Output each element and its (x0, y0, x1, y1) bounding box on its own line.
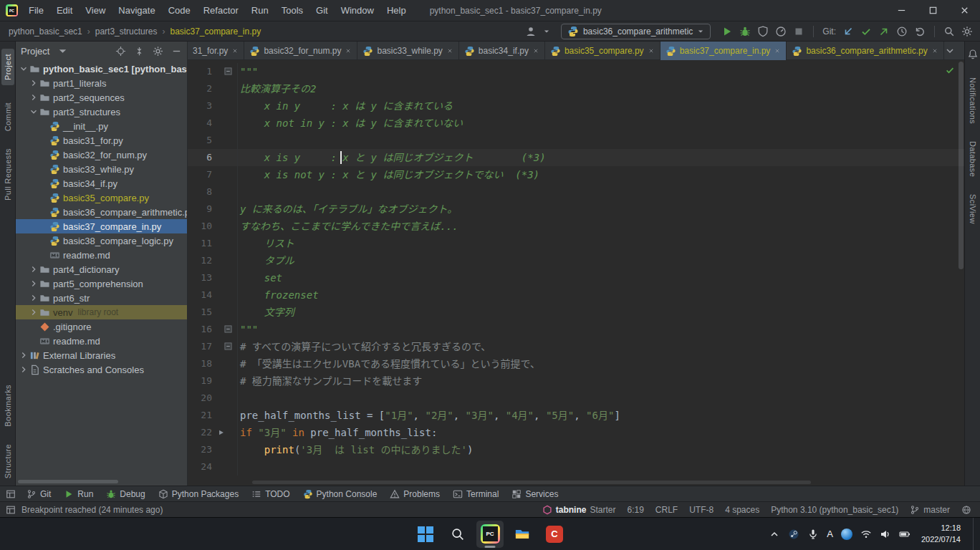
code-line-6[interactable]: 6 x is y : x と y は同じオブジェクト (*3) (188, 149, 964, 166)
toolwindow-button-project[interactable]: Project (1, 49, 14, 85)
notifications-bell-icon[interactable] (967, 49, 979, 60)
code-line-5[interactable]: 5 (188, 132, 964, 149)
code-line-22[interactable]: 22if "3月" in pre_half_months_list: (188, 424, 964, 441)
line-ending[interactable]: CRLF (655, 505, 678, 515)
tree-chevron-icon[interactable] (19, 350, 29, 360)
toolwindow-button-run[interactable]: Run (57, 486, 100, 502)
breadcrumb-item[interactable]: part3_structures (95, 26, 158, 37)
gutter[interactable] (216, 424, 238, 441)
tray-overflow-chevron-icon[interactable] (769, 529, 780, 540)
maximize-button[interactable] (917, 0, 948, 21)
tree-chevron-icon[interactable] (19, 64, 29, 74)
close-icon[interactable] (446, 47, 453, 54)
toolwindow-button-problems[interactable]: Problems (383, 486, 446, 502)
tree-chevron-icon[interactable] (29, 92, 39, 102)
hide-panel-icon[interactable] (171, 46, 182, 57)
tree-item-part1-literals[interactable]: part1_literals (16, 76, 187, 90)
toolwindow-button-pull-requests[interactable]: Pull Requests (4, 148, 12, 201)
panel-title[interactable]: Project (21, 46, 49, 57)
tree-item-basic33-while-py[interactable]: basic33_while.py (16, 162, 187, 176)
toolwindow-button-notifications[interactable]: Notifications (969, 77, 977, 124)
tab-basic37-compare-in-py[interactable]: basic37_compare_in.py (660, 42, 787, 60)
taskbar-pycharm-button[interactable]: PC (476, 521, 504, 548)
toolwindow-button-bookmarks[interactable]: Bookmarks (4, 385, 12, 427)
close-icon[interactable] (345, 47, 352, 54)
toolwindow-button-todo[interactable]: TODO (245, 486, 296, 502)
toolwindow-button-commit[interactable]: Commit (4, 102, 12, 131)
tree-item-basic38-compare-logic-py[interactable]: basic38_compare_logic.py (16, 233, 187, 248)
microphone-icon[interactable] (807, 529, 819, 540)
tree-item-part3-structures[interactable]: part3_structures (16, 105, 187, 119)
stop-button[interactable] (793, 26, 804, 37)
toolwindow-button-python-console[interactable]: Python Console (297, 486, 384, 502)
code-line-2[interactable]: 2比較演算子その2 (188, 80, 964, 97)
fold-marker-icon[interactable] (224, 325, 232, 333)
tree-item-part5-comprehension[interactable]: part5_comprehension (16, 276, 187, 291)
push-button[interactable] (878, 26, 890, 37)
tree-chevron-icon[interactable] (29, 107, 39, 117)
tree-chevron-icon[interactable] (19, 365, 29, 375)
toolwindow-button-git[interactable]: Git (20, 486, 57, 502)
menu-view[interactable]: View (79, 0, 112, 21)
git-branch[interactable]: master (910, 505, 950, 515)
hidden-tabs-icon[interactable] (944, 45, 956, 57)
code-line-11[interactable]: 11 リスト (188, 235, 964, 252)
code-line-18[interactable]: 18# 「受講生はエクセルVBAである程度慣れている」という前提で、 (188, 355, 964, 372)
tree-item-part4-dictionary[interactable]: part4_dictionary (16, 262, 187, 276)
fold-marker-icon[interactable] (224, 67, 232, 75)
tab-31-for-py[interactable]: 31_for.py (188, 42, 244, 60)
toolwindow-button-structure[interactable]: Structure (4, 444, 12, 478)
settings-button[interactable] (961, 26, 973, 37)
tree-item-basic31-for-py[interactable]: basic31_for.py (16, 133, 187, 148)
update-project-button[interactable] (842, 26, 854, 37)
inspections-ok-icon[interactable] (945, 65, 955, 75)
code-line-4[interactable]: 4 x not in y : x は y に含まれていない (188, 115, 964, 132)
menu-code[interactable]: Code (162, 0, 197, 21)
code-line-9[interactable]: 9y に来るのは、「イテラブル」なオブジェクト。 (188, 201, 964, 218)
close-icon[interactable] (648, 47, 655, 54)
panel-options-icon[interactable] (153, 46, 163, 57)
gutter[interactable] (216, 63, 238, 80)
menu-refactor[interactable]: Refactor (197, 0, 245, 21)
search-everywhere-button[interactable] (943, 26, 955, 37)
volume-icon[interactable] (880, 529, 891, 540)
menu-git[interactable]: Git (309, 0, 335, 21)
close-icon[interactable] (532, 47, 539, 54)
coverage-button[interactable] (757, 26, 769, 37)
code-line-24[interactable]: 24 (188, 458, 964, 476)
tree-item-scratches-and-consoles[interactable]: Scratches and Consoles (16, 362, 187, 377)
close-icon[interactable] (774, 47, 781, 54)
tree-item-readme-md[interactable]: readme.md (16, 334, 187, 348)
file-encoding[interactable]: UTF-8 (689, 505, 714, 515)
close-icon[interactable] (931, 47, 938, 54)
gutter[interactable] (216, 338, 238, 355)
tree-chevron-icon[interactable] (29, 279, 39, 289)
code-line-21[interactable]: 21pre_half_months_list = ["1月", "2月", "3… (188, 407, 964, 424)
tab-basic35-compare-py[interactable]: basic35_compare.py (545, 42, 660, 60)
toolwindow-button-debug[interactable]: Debug (100, 486, 151, 502)
window-layout-icon[interactable] (6, 505, 16, 515)
battery-icon[interactable] (899, 529, 911, 540)
code-line-23[interactable]: 23 print('3月 は list の中にありました') (188, 441, 964, 458)
tab-basic36-compare-arithmetic-py[interactable]: basic36_compare_arithmetic.py (787, 42, 943, 60)
run-button[interactable] (721, 26, 733, 37)
menu-tools[interactable]: Tools (275, 0, 309, 21)
horizontal-scrollbar[interactable] (18, 480, 118, 483)
tree-item-init-py[interactable]: __init__.py (16, 119, 187, 133)
tree-item-python-basic-sec1-python-basic[interactable]: python_basic_sec1 [python_basic]D:¥... (16, 62, 187, 76)
wifi-icon[interactable] (860, 529, 872, 540)
code-line-14[interactable]: 14 frozenset (188, 286, 964, 304)
taskbar-app-c-button[interactable]: C (541, 521, 568, 548)
taskbar-search-button[interactable] (444, 521, 471, 548)
chevron-down-icon[interactable] (543, 28, 550, 35)
history-button[interactable] (896, 26, 908, 37)
code-line-10[interactable]: 10すなわち、ここまでに学んできた中で言えば... (188, 218, 964, 235)
breadcrumb-item[interactable]: basic37_compare_in.py (170, 26, 261, 37)
indent-setting[interactable]: 4 spaces (725, 505, 759, 515)
code-with-me-icon[interactable] (525, 26, 537, 37)
code-editor[interactable]: 1"""2比較演算子その23 x in y : x は y に含まれている4 x… (188, 60, 964, 486)
minimize-button[interactable] (885, 0, 917, 21)
horizontal-scrollbar[interactable] (252, 481, 811, 484)
code-line-17[interactable]: 17# すべての演算子について紹介すると冗長すぎるので、 (188, 338, 964, 355)
chevron-down-icon[interactable] (57, 46, 68, 57)
